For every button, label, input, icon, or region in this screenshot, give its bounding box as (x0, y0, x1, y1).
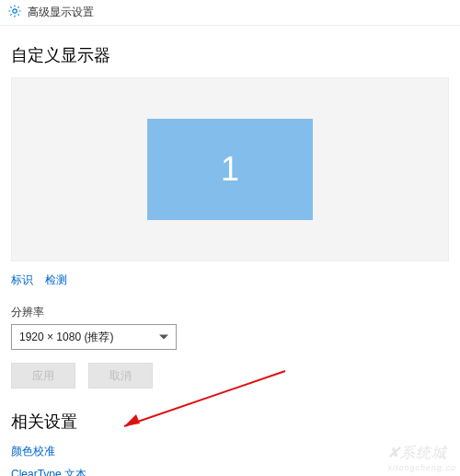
cleartype-link[interactable]: ClearType 文本 (11, 467, 449, 476)
window-header: 高级显示设置 (0, 0, 460, 26)
watermark: ✘系统城 xitongcheng.co (387, 444, 456, 472)
monitor-tile-1[interactable]: 1 (147, 119, 313, 220)
resolution-value: 1920 × 1080 (推荐) (19, 330, 113, 345)
apply-button[interactable]: 应用 (11, 363, 75, 389)
display-preview-area: 1 (11, 77, 449, 261)
color-calibration-link[interactable]: 颜色校准 (11, 444, 449, 459)
monitor-number: 1 (221, 150, 239, 189)
detect-link[interactable]: 检测 (45, 273, 67, 286)
content-area: 自定义显示器 1 标识 检测 分辨率 1920 × 1080 (推荐) 应用 取… (0, 26, 460, 476)
resolution-label: 分辨率 (11, 305, 449, 320)
display-actions: 标识 检测 (11, 273, 449, 288)
related-settings-title: 相关设置 (11, 411, 449, 433)
page-title: 自定义显示器 (11, 44, 449, 66)
resolution-select[interactable]: 1920 × 1080 (推荐) (11, 324, 177, 350)
gear-icon (7, 4, 28, 21)
identify-link[interactable]: 标识 (11, 273, 33, 286)
window-title: 高级显示设置 (28, 5, 94, 20)
svg-point-0 (13, 9, 17, 13)
cancel-button[interactable]: 取消 (88, 363, 153, 389)
apply-cancel-row: 应用 取消 (11, 363, 449, 389)
